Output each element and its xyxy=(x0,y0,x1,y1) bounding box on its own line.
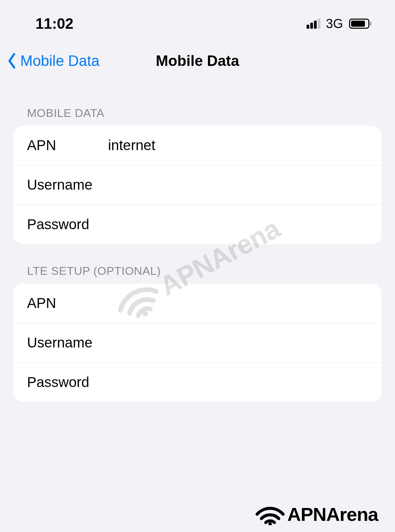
chevron-back-icon xyxy=(7,52,17,69)
row-apn[interactable]: APN xyxy=(14,126,381,165)
status-bar: 11:02 3G xyxy=(0,0,395,39)
row-label: APN xyxy=(27,295,108,311)
row-label: Username xyxy=(27,177,108,193)
password-input[interactable] xyxy=(108,216,368,233)
status-right: 3G xyxy=(307,17,371,31)
watermark-text: APNArena xyxy=(287,503,378,525)
username-input[interactable] xyxy=(108,177,368,193)
row-label: Username xyxy=(27,335,108,351)
apn-input[interactable] xyxy=(108,137,368,153)
battery-icon xyxy=(349,19,371,29)
signal-strength-icon xyxy=(307,19,320,29)
row-lte-apn[interactable]: APN xyxy=(14,284,381,323)
lte-apn-input[interactable] xyxy=(108,295,368,311)
row-username[interactable]: Username xyxy=(14,165,381,205)
settings-group-mobile-data: APN Username Password xyxy=(14,126,381,244)
section-header-lte: LTE SETUP (OPTIONAL) xyxy=(0,244,395,284)
settings-group-lte: APN Username Password xyxy=(14,284,381,402)
back-label: Mobile Data xyxy=(20,52,100,69)
status-time: 11:02 xyxy=(35,15,74,32)
page-title: Mobile Data xyxy=(156,52,239,69)
section-header-mobile-data: MOBILE DATA xyxy=(0,86,395,126)
row-lte-password[interactable]: Password xyxy=(14,363,381,402)
wifi-icon xyxy=(255,503,285,525)
row-lte-username[interactable]: Username xyxy=(14,323,381,363)
watermark-bottom: APNArena xyxy=(255,503,378,525)
lte-password-input[interactable] xyxy=(108,374,368,390)
back-button[interactable]: Mobile Data xyxy=(7,52,100,69)
lte-username-input[interactable] xyxy=(108,335,368,351)
row-label: Password xyxy=(27,374,108,390)
row-password[interactable]: Password xyxy=(14,205,381,244)
navigation-bar: Mobile Data Mobile Data xyxy=(0,39,395,86)
row-label: Password xyxy=(27,216,108,233)
network-type: 3G xyxy=(326,17,343,31)
svg-point-1 xyxy=(268,522,272,525)
row-label: APN xyxy=(27,137,108,153)
